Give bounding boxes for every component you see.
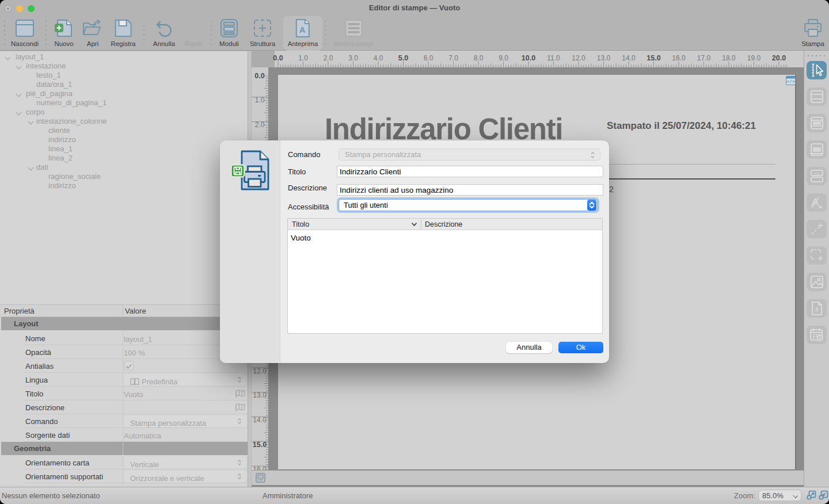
svg-text:14.0: 14.0 [622,54,636,62]
svg-text:#: # [815,306,819,313]
svg-text:3.0: 3.0 [348,54,358,62]
svg-text:2.0: 2.0 [324,54,333,62]
svg-text:18.0: 18.0 [722,54,736,62]
svg-text:13.0: 13.0 [597,54,611,62]
svg-text:</>: </> [786,79,795,84]
svg-text:1.0: 1.0 [298,54,308,62]
svg-text:7.0: 7.0 [448,54,458,62]
svg-text:13.0: 13.0 [253,391,267,399]
svg-text:5.0: 5.0 [398,54,408,62]
svg-text:9.0: 9.0 [499,54,508,62]
svg-text:0.0: 0.0 [254,72,264,80]
svg-text:15.0: 15.0 [647,54,660,62]
svg-text:A: A [299,25,306,35]
svg-text:<>: <> [814,171,820,176]
svg-text:4.0: 4.0 [374,54,383,62]
svg-text:0.0: 0.0 [273,54,283,62]
svg-text:15.0: 15.0 [253,441,267,449]
svg-text:16.0: 16.0 [253,465,267,471]
svg-text:8.0: 8.0 [474,54,484,62]
svg-text:20.0: 20.0 [772,54,786,62]
svg-text:11.0: 11.0 [547,54,560,62]
svg-text:16.0: 16.0 [672,54,686,62]
svg-text:19.0: 19.0 [747,54,761,62]
svg-text:2.0: 2.0 [255,121,265,129]
svg-text:10.0: 10.0 [522,54,535,62]
svg-text:17.0: 17.0 [697,54,711,62]
svg-text:6.0: 6.0 [424,54,433,62]
svg-text:14.0: 14.0 [253,416,267,424]
svg-text:12.0: 12.0 [253,367,267,375]
svg-text:1.0: 1.0 [255,96,265,104]
svg-text:12.0: 12.0 [572,54,585,62]
